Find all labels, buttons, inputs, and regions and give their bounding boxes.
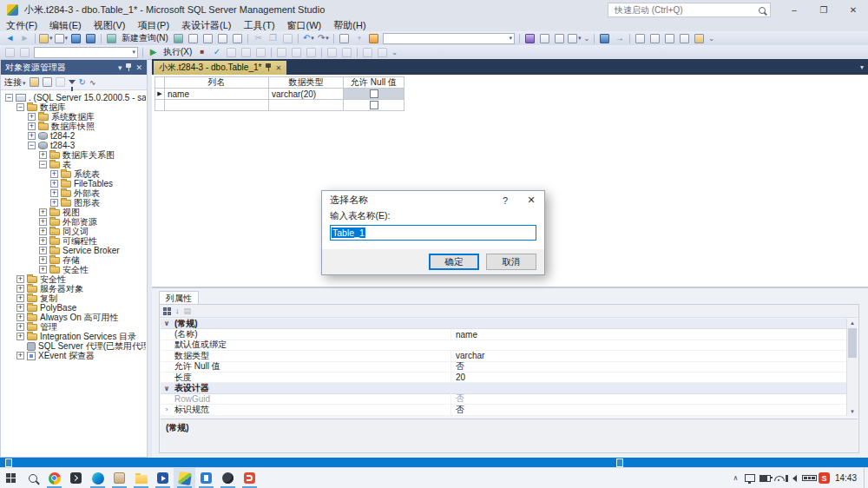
debug-icon[interactable] bbox=[366, 32, 381, 44]
new-database-query-icon[interactable] bbox=[171, 32, 186, 44]
pin-icon[interactable] bbox=[266, 63, 271, 72]
new-project-icon[interactable]: ▾ bbox=[38, 32, 54, 44]
collapse-icon[interactable] bbox=[16, 103, 24, 111]
tree-item-external-tables[interactable]: 外部表 bbox=[2, 188, 146, 198]
taskbar-ssms-button[interactable] bbox=[174, 468, 195, 488]
scroll-down-icon[interactable]: ▼ bbox=[847, 407, 858, 416]
tree-item-database-snapshots[interactable]: 数据库快照 bbox=[2, 122, 146, 131]
tree-item-integration-services[interactable]: Integration Services 目录 bbox=[2, 332, 146, 341]
connect-server-icon[interactable] bbox=[30, 77, 39, 87]
property-grid-scrollbar[interactable]: ▲ ▼ bbox=[846, 319, 858, 416]
tree-item-sql-agent[interactable]: SQL Server 代理(已禁用代理 XP) bbox=[2, 341, 146, 351]
expand-icon[interactable] bbox=[39, 208, 47, 216]
close-button[interactable]: ✕ bbox=[838, 0, 868, 19]
expand-icon[interactable] bbox=[50, 180, 58, 188]
tree-item-t284-2[interactable]: t284-2 bbox=[2, 131, 146, 141]
object-explorer-header[interactable]: 对象资源管理器 ▾ ✕ bbox=[1, 60, 147, 75]
manage-keys-icon[interactable] bbox=[662, 32, 677, 44]
registered-servers-icon[interactable] bbox=[523, 32, 537, 44]
editor-icon-7[interactable] bbox=[325, 46, 339, 58]
cell-column-name[interactable] bbox=[165, 100, 269, 111]
tree-item-tables[interactable]: 表 bbox=[2, 160, 146, 169]
toolbox-icon[interactable] bbox=[552, 32, 567, 44]
editor-icon-8[interactable] bbox=[339, 46, 354, 58]
tree-item-server-objects[interactable]: 服务器对象 bbox=[2, 284, 146, 293]
editor-overflow-icon[interactable]: ⌄ bbox=[390, 49, 399, 56]
expand-icon[interactable]: › bbox=[161, 406, 173, 413]
tree-item-t284-3[interactable]: t284-3 bbox=[2, 141, 146, 150]
scrollbar-thumb[interactable] bbox=[848, 328, 857, 358]
expand-icon[interactable] bbox=[28, 122, 36, 130]
tree-item-management[interactable]: 管理 bbox=[2, 322, 146, 332]
console-icon[interactable]: ▾ bbox=[567, 32, 582, 44]
query-icon-1[interactable] bbox=[186, 32, 201, 44]
editor-icon-4[interactable] bbox=[274, 46, 289, 58]
editor-icon-6[interactable] bbox=[304, 46, 319, 58]
grid-row[interactable] bbox=[155, 100, 404, 111]
disconnect-server-icon[interactable] bbox=[43, 77, 52, 87]
taskbar-app-button-4[interactable] bbox=[239, 468, 260, 488]
cell-data-type[interactable]: varchar(20) bbox=[269, 89, 344, 100]
ok-button[interactable]: 确定 bbox=[429, 254, 479, 270]
expand-icon[interactable] bbox=[39, 228, 47, 235]
menu-help[interactable]: 帮助(H) bbox=[327, 19, 372, 31]
taskbar-app-button-1[interactable] bbox=[108, 468, 130, 488]
taskbar-explorer-button[interactable] bbox=[130, 468, 152, 488]
tree-item-external-resources[interactable]: 外部资源 bbox=[2, 217, 146, 227]
taskbar-chrome-button[interactable] bbox=[43, 468, 65, 488]
change-connection-icon[interactable] bbox=[17, 46, 32, 58]
toolbar-dropdown-icon[interactable]: ▾ bbox=[352, 32, 366, 44]
connect-query-icon[interactable] bbox=[3, 46, 17, 58]
expand-icon[interactable] bbox=[16, 304, 24, 312]
execute-play-icon[interactable]: ▶ bbox=[146, 46, 161, 58]
tree-item-replication[interactable]: 复制 bbox=[2, 293, 146, 303]
tab-close-icon[interactable]: ✕ bbox=[275, 64, 281, 72]
sort-alphabetical-icon[interactable]: ↓ bbox=[175, 307, 180, 315]
cell-data-type[interactable] bbox=[269, 100, 344, 111]
stop-tree-icon[interactable] bbox=[56, 77, 65, 87]
save-all-icon[interactable] bbox=[83, 32, 98, 44]
filter-icon[interactable] bbox=[69, 80, 76, 84]
toolbar-combobox[interactable] bbox=[383, 33, 515, 44]
expand-icon[interactable] bbox=[16, 333, 24, 340]
query-icon-3[interactable] bbox=[215, 32, 230, 44]
grid-row[interactable]: ▶ name varchar(20) bbox=[155, 89, 404, 100]
tree-item-graph-tables[interactable]: 图形表 bbox=[2, 198, 146, 208]
manage-indexes-icon[interactable] bbox=[633, 32, 648, 44]
menu-view[interactable]: 视图(V) bbox=[88, 19, 132, 31]
panel-close-icon[interactable]: ✕ bbox=[135, 63, 142, 72]
table-name-input[interactable]: Table_1 bbox=[330, 225, 536, 241]
menu-file[interactable]: 文件(F) bbox=[0, 19, 43, 31]
panel-menu-icon[interactable]: ▾ bbox=[118, 63, 122, 72]
expand-icon[interactable] bbox=[16, 285, 24, 293]
expand-icon[interactable] bbox=[28, 132, 36, 140]
activity-monitor-icon[interactable] bbox=[337, 32, 352, 44]
expand-icon[interactable] bbox=[16, 313, 24, 321]
minimize-button[interactable]: – bbox=[779, 0, 809, 19]
expand-icon[interactable] bbox=[16, 352, 24, 359]
tree-item-storage[interactable]: 存储 bbox=[2, 255, 146, 265]
scroll-up-icon[interactable]: ▲ bbox=[847, 319, 858, 327]
taskbar-media-button[interactable] bbox=[152, 468, 174, 488]
menu-table-designer[interactable]: 表设计器(L) bbox=[175, 19, 237, 31]
open-file-icon[interactable]: ▾ bbox=[54, 32, 69, 44]
editor-icon-5[interactable] bbox=[289, 46, 304, 58]
taskbar-clock[interactable]: 14:43 bbox=[832, 473, 864, 483]
menu-edit[interactable]: 编辑(E) bbox=[43, 19, 88, 31]
tree-item-programmability[interactable]: 可编程性 bbox=[2, 236, 146, 246]
copy-icon[interactable]: ❐ bbox=[266, 32, 280, 44]
wrench-icon[interactable] bbox=[537, 32, 552, 44]
tree-item-service-broker[interactable]: Service Broker bbox=[2, 246, 146, 255]
taskbar-search-button[interactable] bbox=[22, 468, 43, 488]
query-icon-2[interactable] bbox=[201, 32, 215, 44]
tree-item-system-databases[interactable]: 系统数据库 bbox=[2, 112, 146, 122]
start-button[interactable] bbox=[0, 468, 22, 488]
collapse-icon[interactable] bbox=[28, 142, 36, 149]
database-combobox[interactable] bbox=[34, 47, 138, 58]
expand-icon[interactable] bbox=[39, 247, 47, 254]
tree-item-polybase[interactable]: PolyBase bbox=[2, 303, 146, 313]
save-icon[interactable] bbox=[69, 32, 83, 44]
tree-item-db-security[interactable]: 安全性 bbox=[2, 265, 146, 274]
tree-item-xevent[interactable]: XEvent 探查器 bbox=[2, 351, 146, 360]
navigate-back-icon[interactable]: ◄ bbox=[3, 32, 17, 44]
